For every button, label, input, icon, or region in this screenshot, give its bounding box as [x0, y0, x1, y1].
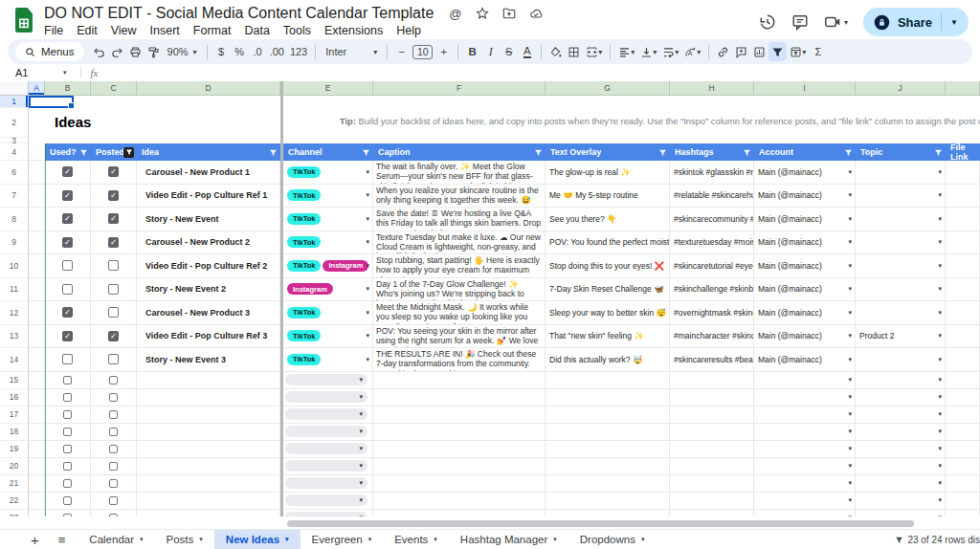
menu-item-view[interactable]: View	[104, 23, 144, 38]
idea-cell[interactable]: Carousel - New Product 3	[137, 301, 280, 325]
row-header-19[interactable]: 19	[0, 441, 29, 458]
hashtags-cell[interactable]: #skincareresults #beau	[670, 348, 754, 372]
horizontal-scrollbar[interactable]	[287, 520, 914, 527]
used-cell[interactable]	[45, 389, 91, 406]
dropdown-arrow-icon[interactable]: ▾	[938, 285, 942, 293]
topic-cell[interactable]: ▾	[856, 406, 946, 424]
channel-chip-tiktok[interactable]: TikTok	[287, 330, 321, 341]
account-cell[interactable]: ▾	[754, 458, 856, 475]
file-link-cell[interactable]	[946, 161, 980, 185]
dropdown-arrow-icon[interactable]: ▾	[848, 191, 852, 199]
topic-cell[interactable]: ▾	[856, 231, 946, 255]
table-header-caption[interactable]: Caption	[373, 143, 546, 161]
cell-a[interactable]	[29, 278, 45, 302]
idea-cell[interactable]	[137, 510, 280, 517]
used-checkbox[interactable]	[63, 496, 72, 505]
row-header-21[interactable]: 21	[0, 475, 29, 493]
topic-cell[interactable]: ▾	[856, 510, 946, 517]
account-cell[interactable]: Main (@mainacc)▾	[754, 231, 856, 255]
column-header-D[interactable]: D	[137, 81, 280, 96]
italic-button[interactable]: I	[481, 42, 500, 61]
channel-cell[interactable]: TikTok▾	[283, 301, 373, 325]
idea-cell[interactable]: Carousel - New Product 2	[137, 231, 280, 255]
dropdown-arrow-icon[interactable]: ▾	[848, 285, 852, 293]
text-overlay-cell[interactable]: Did this actually work? 🤯	[546, 348, 670, 372]
cell[interactable]	[546, 406, 670, 424]
topic-cell[interactable]: ▾	[856, 389, 946, 406]
dropdown-arrow-icon[interactable]: ▾	[938, 428, 942, 435]
dropdown-arrow-icon[interactable]: ▾	[848, 168, 852, 176]
cell-a[interactable]	[29, 458, 45, 475]
channel-cell[interactable]: ▾	[283, 424, 373, 441]
channel-dropdown[interactable]: ▾	[285, 477, 368, 489]
channel-dropdown[interactable]: ▾	[285, 443, 368, 454]
posted-checkbox[interactable]	[109, 514, 118, 517]
strikethrough-button[interactable]: S	[500, 42, 518, 61]
share-button[interactable]: Share ▼	[863, 8, 969, 36]
row-header-14[interactable]: 14	[0, 348, 29, 372]
caption-cell[interactable]: The wait is finally over. ✨ Meet the Glo…	[373, 161, 546, 185]
caption-cell[interactable]: When you realize your skincare routine i…	[373, 185, 546, 209]
used-cell[interactable]	[45, 406, 91, 424]
font-selector[interactable]: Inter▾	[321, 42, 382, 61]
posted-cell[interactable]	[91, 278, 137, 302]
merge-cells-button[interactable]: ▾	[583, 42, 605, 61]
used-cell[interactable]: ✓	[45, 325, 91, 349]
table-header-account[interactable]: Account	[754, 143, 856, 161]
tab-calendar[interactable]: Calendar▾	[78, 530, 154, 549]
zoom-selector[interactable]: 90%▾	[163, 42, 202, 61]
cell[interactable]	[546, 493, 670, 510]
borders-button[interactable]	[565, 42, 583, 61]
cell[interactable]	[670, 441, 754, 458]
dropdown-arrow-icon[interactable]: ▾	[848, 376, 852, 384]
dollar-button[interactable]: $	[212, 42, 231, 61]
cloud-saved-icon[interactable]	[529, 7, 543, 20]
account-cell[interactable]: Main (@mainacc)▾	[754, 301, 856, 325]
dropdown-arrow-icon[interactable]: ▾	[848, 393, 852, 401]
account-cell[interactable]: ▾	[754, 424, 856, 441]
used-checkbox[interactable]	[62, 260, 73, 271]
menu-item-tools[interactable]: Tools	[277, 23, 318, 38]
posted-checkbox[interactable]	[108, 284, 119, 295]
percent-button[interactable]: %	[231, 42, 249, 61]
dropdown-arrow-icon[interactable]: ▾	[848, 428, 852, 435]
hashtags-cell[interactable]: #skinchallenge #skinb	[670, 278, 754, 302]
row-header-4[interactable]: 4	[0, 143, 29, 161]
posted-checkbox[interactable]	[108, 307, 119, 318]
cell[interactable]	[373, 389, 546, 406]
posted-cell[interactable]	[91, 493, 137, 510]
file-link-cell[interactable]	[946, 185, 980, 209]
redo-button[interactable]	[108, 42, 126, 61]
print-button[interactable]	[126, 42, 145, 61]
row-header-15[interactable]: 15	[0, 372, 29, 389]
cell-a[interactable]	[29, 475, 45, 493]
posted-checkbox[interactable]	[109, 462, 118, 471]
posted-checkbox[interactable]	[109, 428, 118, 436]
account-cell[interactable]: ▾	[754, 493, 856, 510]
decimal-decrease-button[interactable]: .0	[249, 42, 267, 61]
idea-cell[interactable]	[137, 475, 280, 493]
used-cell[interactable]: ✓	[45, 161, 91, 185]
file-link-cell[interactable]	[946, 231, 980, 255]
file-link-cell[interactable]	[946, 278, 980, 302]
channel-cell[interactable]: TikTok▾	[283, 161, 373, 185]
insert-link-button[interactable]	[714, 42, 732, 61]
posted-cell[interactable]	[91, 348, 137, 372]
posted-cell[interactable]	[91, 389, 137, 406]
account-cell[interactable]: ▾	[754, 475, 856, 493]
dropdown-arrow-icon[interactable]: ▾	[359, 479, 363, 487]
used-checkbox[interactable]	[63, 514, 72, 517]
idea-cell[interactable]: Video Edit - Pop Culture Ref 1	[137, 185, 280, 209]
used-checkbox[interactable]: ✓	[62, 166, 73, 177]
channel-dropdown[interactable]: ▾	[285, 460, 368, 472]
cell-a[interactable]	[29, 208, 45, 231]
topic-cell[interactable]: ▾	[856, 475, 946, 493]
column-header-E[interactable]: E	[283, 81, 373, 96]
topic-cell[interactable]: ▾	[856, 424, 946, 441]
cell[interactable]	[546, 389, 670, 406]
functions-button[interactable]: Σ	[809, 42, 827, 61]
tab-dropdowns[interactable]: Dropdowns▾	[568, 530, 657, 549]
dropdown-arrow-icon[interactable]: ▾	[848, 332, 852, 340]
idea-cell[interactable]: Carousel - New Product 1	[137, 161, 280, 185]
channel-chip-tiktok[interactable]: TikTok	[287, 189, 321, 201]
